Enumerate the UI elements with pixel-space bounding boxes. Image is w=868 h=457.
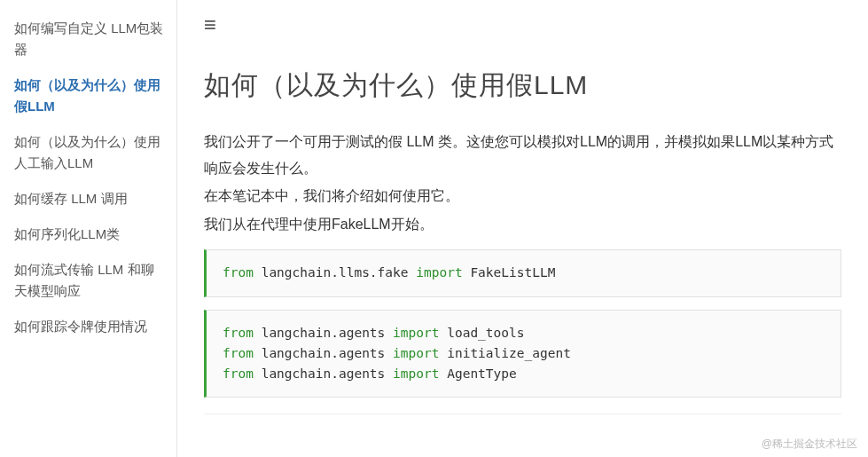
main-content: ≡ 如何（以及为什么）使用假LLM 我们公开了一个可用于测试的假 LLM 类。这…	[177, 0, 868, 457]
keyword-from: from	[223, 366, 254, 381]
sidebar-item-stream-llm[interactable]: 如何流式传输 LLM 和聊天模型响应	[14, 252, 176, 309]
import-name: FakeListLLM	[470, 265, 555, 280]
sidebar-item-serialize-llm[interactable]: 如何序列化LLM类	[14, 217, 176, 252]
watermark: @稀土掘金技术社区	[762, 437, 857, 452]
module-path: langchain.agents	[262, 326, 386, 340]
intro-paragraph-2: 在本笔记本中，我们将介绍如何使用它。	[204, 183, 841, 209]
keyword-from: from	[223, 326, 254, 340]
keyword-from: from	[223, 346, 254, 360]
hamburger-menu-icon[interactable]: ≡	[204, 12, 216, 37]
keyword-import: import	[416, 265, 462, 280]
sidebar-item-token-usage[interactable]: 如何跟踪令牌使用情况	[14, 309, 176, 344]
page-title: 如何（以及为什么）使用假LLM	[204, 67, 841, 104]
keyword-from: from	[223, 265, 254, 280]
keyword-import: import	[393, 346, 439, 360]
sidebar-item-human-input-llm[interactable]: 如何（以及为什么）使用人工输入LLM	[14, 124, 176, 181]
code-block-2: from langchain.agents import load_tools …	[204, 310, 841, 398]
sidebar-item-cache-llm[interactable]: 如何缓存 LLM 调用	[14, 181, 176, 217]
intro-paragraph-3: 我们从在代理中使用FakeLLM开始。	[204, 211, 841, 238]
module-path: langchain.llms.fake	[262, 265, 409, 280]
sidebar-item-custom-llm-wrapper[interactable]: 如何编写自定义 LLM包装器	[14, 11, 176, 67]
divider	[204, 414, 841, 414]
import-name: initialize_agent	[447, 346, 571, 360]
keyword-import: import	[393, 366, 439, 381]
keyword-import: import	[393, 326, 439, 340]
intro-paragraph-1: 我们公开了一个可用于测试的假 LLM 类。这使您可以模拟对LLM的调用，并模拟如…	[204, 129, 841, 181]
sidebar: 如何编写自定义 LLM包装器 如何（以及为什么）使用假LLM 如何（以及为什么）…	[0, 0, 177, 457]
module-path: langchain.agents	[262, 366, 386, 381]
code-block-1: from langchain.llms.fake import FakeList…	[204, 249, 841, 296]
import-name: load_tools	[447, 326, 524, 340]
import-name: AgentType	[447, 366, 517, 381]
sidebar-item-fake-llm[interactable]: 如何（以及为什么）使用假LLM	[14, 67, 176, 124]
module-path: langchain.agents	[262, 346, 386, 360]
